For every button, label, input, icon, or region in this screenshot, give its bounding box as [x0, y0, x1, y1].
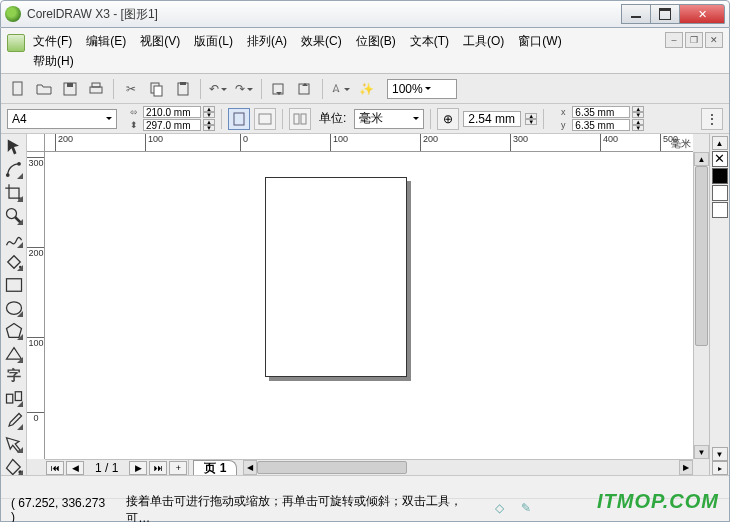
ruler-vertical[interactable]: 300 200 100 0: [27, 152, 45, 459]
welcome-button[interactable]: ✨: [355, 78, 377, 100]
palette-flyout[interactable]: ▸: [712, 461, 728, 475]
zoom-tool[interactable]: [3, 205, 25, 227]
polygon-tool[interactable]: [3, 320, 25, 342]
dup-x-input[interactable]: 6.35 mm: [572, 106, 630, 118]
add-page-button[interactable]: +: [169, 461, 187, 475]
page-count: 1 / 1: [85, 461, 128, 475]
page-height-input[interactable]: 297.0 mm: [143, 119, 201, 131]
page[interactable]: [265, 177, 407, 377]
outline-tool[interactable]: [3, 433, 25, 455]
first-page-button[interactable]: ⏮: [46, 461, 64, 475]
outline-indicator-icon[interactable]: ✎: [521, 501, 539, 519]
last-page-button[interactable]: ⏭: [149, 461, 167, 475]
svg-rect-4: [92, 83, 100, 87]
scroll-down-button[interactable]: ▼: [694, 445, 709, 459]
workarea: 字 200 100 0 100 200 300 400 500 毫米 300: [1, 134, 729, 475]
shape-tool[interactable]: [3, 159, 25, 181]
scroll-up-button[interactable]: ▲: [694, 152, 709, 166]
new-document-icon[interactable]: [7, 34, 25, 52]
close-button[interactable]: [679, 4, 725, 24]
mdi-close[interactable]: ✕: [705, 32, 723, 48]
scroll-right-button[interactable]: ▶: [679, 460, 693, 475]
pick-tool[interactable]: [3, 136, 25, 158]
svg-rect-3: [90, 87, 102, 93]
drawing-canvas[interactable]: [45, 152, 693, 459]
menu-layout[interactable]: 版面(L): [194, 32, 233, 50]
dup-x-spinner[interactable]: ▲▼: [632, 106, 644, 118]
menu-help[interactable]: 帮助(H): [33, 52, 74, 70]
save-button[interactable]: [59, 78, 81, 100]
paste-button[interactable]: [172, 78, 194, 100]
swatch-none[interactable]: [712, 151, 728, 167]
paper-size-combo[interactable]: A4: [7, 109, 117, 129]
menu-arrange[interactable]: 排列(A): [247, 32, 287, 50]
rectangle-tool[interactable]: [3, 274, 25, 296]
options-button[interactable]: ⋮: [701, 108, 723, 130]
multi-page-button[interactable]: [289, 108, 311, 130]
open-button[interactable]: [33, 78, 55, 100]
text-tool[interactable]: 字: [3, 366, 25, 386]
vscroll-thumb[interactable]: [695, 166, 708, 346]
interactive-blend-tool[interactable]: [3, 387, 25, 409]
landscape-button[interactable]: [254, 108, 276, 130]
crop-tool[interactable]: [3, 182, 25, 204]
app-icon: [5, 6, 21, 22]
new-button[interactable]: [7, 78, 29, 100]
height-spinner[interactable]: ▲▼: [203, 119, 215, 131]
app-launcher-button[interactable]: [329, 78, 351, 100]
page-width-input[interactable]: 210.0 mm: [143, 106, 201, 118]
svg-rect-14: [301, 114, 306, 124]
undo-button[interactable]: ↶: [207, 78, 229, 100]
menu-tools[interactable]: 工具(O): [463, 32, 504, 50]
import-button[interactable]: [268, 78, 290, 100]
titlebar[interactable]: CorelDRAW X3 - [图形1]: [0, 0, 730, 28]
minimize-button[interactable]: [621, 4, 651, 24]
page-tab-1[interactable]: 页 1: [193, 460, 237, 475]
basic-shapes-tool[interactable]: [3, 343, 25, 365]
dup-x-icon: x: [556, 108, 570, 117]
svg-rect-2: [67, 83, 73, 87]
prev-page-button[interactable]: ◀: [66, 461, 84, 475]
menu-view[interactable]: 视图(V): [140, 32, 180, 50]
menu-bitmaps[interactable]: 位图(B): [356, 32, 396, 50]
smart-fill-tool[interactable]: [3, 251, 25, 273]
menu-effects[interactable]: 效果(C): [301, 32, 342, 50]
menu-file[interactable]: 文件(F): [33, 32, 72, 50]
menu-text[interactable]: 文本(T): [410, 32, 449, 50]
swatch-white-1[interactable]: [712, 185, 728, 201]
ruler-horizontal[interactable]: 200 100 0 100 200 300 400 500 毫米: [45, 134, 693, 152]
menu-edit[interactable]: 编辑(E): [86, 32, 126, 50]
swatch-white-2[interactable]: [712, 202, 728, 218]
palette-scroll-up[interactable]: ▲: [712, 136, 728, 150]
maximize-button[interactable]: [650, 4, 680, 24]
mdi-minimize[interactable]: –: [665, 32, 683, 48]
nudge-spinner[interactable]: ▲▼: [525, 113, 537, 125]
print-button[interactable]: [85, 78, 107, 100]
dup-y-spinner[interactable]: ▲▼: [632, 119, 644, 131]
zoom-combo[interactable]: 100%: [387, 79, 457, 99]
ellipse-tool[interactable]: [3, 297, 25, 319]
dup-y-input[interactable]: 6.35 mm: [572, 119, 630, 131]
hscroll-thumb[interactable]: [257, 461, 407, 474]
swatch-black[interactable]: [712, 168, 728, 184]
next-page-button[interactable]: ▶: [129, 461, 147, 475]
horizontal-scrollbar[interactable]: ◀ ▶: [243, 460, 693, 475]
ruler-origin[interactable]: [27, 134, 45, 152]
eyedropper-tool[interactable]: [3, 410, 25, 432]
scroll-left-button[interactable]: ◀: [243, 460, 257, 475]
portrait-button[interactable]: [228, 108, 250, 130]
vertical-scrollbar[interactable]: ▲ ▼: [693, 152, 709, 459]
export-button[interactable]: [294, 78, 316, 100]
palette-scroll-down[interactable]: ▼: [712, 447, 728, 461]
redo-button[interactable]: ↷: [233, 78, 255, 100]
fill-indicator-icon[interactable]: ◇: [495, 501, 513, 519]
units-combo[interactable]: 毫米: [354, 109, 424, 129]
menu-window[interactable]: 窗口(W): [518, 32, 561, 50]
cut-button[interactable]: ✂: [120, 78, 142, 100]
width-spinner[interactable]: ▲▼: [203, 106, 215, 118]
svg-point-21: [6, 302, 21, 315]
freehand-tool[interactable]: [3, 228, 25, 250]
mdi-restore[interactable]: ❐: [685, 32, 703, 48]
copy-button[interactable]: [146, 78, 168, 100]
nudge-input[interactable]: 2.54 mm: [463, 111, 521, 127]
